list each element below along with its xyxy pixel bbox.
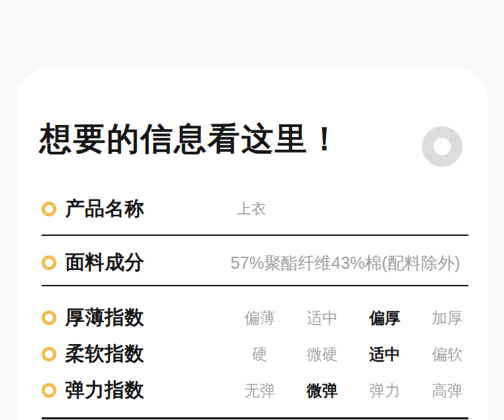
divider — [42, 417, 468, 419]
index-option: 弹力 — [370, 380, 401, 401]
page-title: 想要的信息看这里！ — [40, 120, 342, 157]
index-option: 适中 — [370, 344, 401, 365]
row-value-fabric: 57%聚酯纤维43%棉(配料除外) — [230, 252, 460, 274]
index-option: 无弹 — [245, 380, 276, 401]
index-option: 微弹 — [307, 380, 338, 401]
row-label-thickness: 厚薄指数 — [65, 304, 144, 331]
index-option: 微硬 — [307, 344, 338, 365]
gold-ring-bullet-icon — [42, 347, 56, 362]
gray-ring-icon — [422, 126, 462, 167]
index-option: 适中 — [307, 308, 338, 329]
gold-ring-bullet-icon — [42, 202, 56, 216]
row-label-product-name: 产品名称 — [65, 196, 144, 222]
elasticity-options: 无弹 微弹 弹力 高弹 — [228, 380, 478, 401]
index-option: 偏软 — [432, 344, 463, 365]
softness-options: 硬 微硬 适中 偏软 — [228, 344, 478, 365]
row-label-elasticity: 弹力指数 — [65, 377, 144, 404]
gold-ring-bullet-icon — [42, 310, 56, 325]
row-label-softness: 柔软指数 — [65, 341, 144, 368]
gold-ring-bullet-icon — [42, 255, 56, 270]
fabric-composition-row: 面料成分 57%聚酯纤维43%棉(配料除外) — [42, 249, 472, 276]
index-option: 偏厚 — [370, 308, 401, 329]
product-info-card: 想要的信息看这里！ 产品名称 上衣 面料成分 57%聚酯纤维43%棉(配料除外)… — [17, 68, 488, 420]
divider — [42, 285, 468, 286]
divider — [42, 235, 468, 236]
index-option: 加厚 — [432, 308, 463, 329]
row-label-fabric: 面料成分 — [65, 249, 144, 276]
gold-ring-bullet-icon — [42, 383, 56, 398]
index-option: 偏薄 — [245, 308, 276, 329]
thickness-options: 偏薄 适中 偏厚 加厚 — [228, 308, 478, 329]
elasticity-index-row: 弹力指数 无弹 微弹 弹力 高弹 — [42, 377, 472, 404]
index-option: 高弹 — [432, 380, 463, 401]
row-value-product-name: 上衣 — [237, 199, 266, 219]
thickness-index-row: 厚薄指数 偏薄 适中 偏厚 加厚 — [42, 304, 472, 331]
index-option: 硬 — [252, 344, 267, 365]
softness-index-row: 柔软指数 硬 微硬 适中 偏软 — [42, 341, 472, 368]
product-name-row: 产品名称 上衣 — [42, 196, 472, 222]
